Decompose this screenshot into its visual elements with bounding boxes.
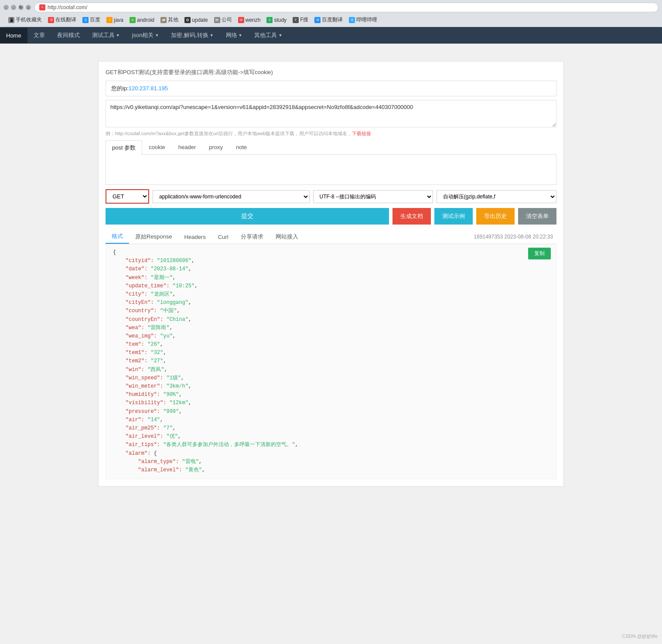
bookmark-java[interactable]: J java <box>105 17 125 24</box>
ip-value: 120.237.81.195 <box>129 85 168 92</box>
phone-icon: 📱 <box>8 17 14 23</box>
bookmark-github[interactable]: ⚙ update <box>183 17 209 24</box>
tab-header[interactable]: header <box>172 140 202 155</box>
nav-bar: Home 文章 夜间模式 测试工具 ▼ json相关 ▼ 加密,解码,转换 ▼ … <box>0 27 662 44</box>
result-tab-headers[interactable]: Headers <box>178 231 212 243</box>
tab-content-area <box>106 155 556 185</box>
chevron-down-icon-3: ▼ <box>210 33 214 37</box>
result-tab-website[interactable]: 网站接入 <box>270 230 304 243</box>
home-button[interactable]: ⌂ <box>26 5 31 10</box>
bookmark-translate[interactable]: 译 在线翻译 <box>47 16 78 24</box>
android-icon: A <box>130 17 136 23</box>
json-output-container: 复制 { "cityid": "101280606", "date": "202… <box>106 244 556 479</box>
bookmark-study[interactable]: S study <box>265 17 288 24</box>
folder-icon: 📁 <box>160 17 167 23</box>
nav-item-json[interactable]: json相关 ▼ <box>126 27 165 44</box>
browser-dot-fwd[interactable]: → <box>11 5 16 10</box>
controls-row: GET POST PUT DELETE PATCH application/x-… <box>106 189 556 204</box>
bookmark-other[interactable]: 📁 其他 <box>159 16 180 24</box>
fsearch-icon: F <box>293 17 299 23</box>
bookmark-company[interactable]: 🏢 公司 <box>213 16 233 24</box>
encoding-select[interactable]: application/x-www-form-urlencoded applic… <box>153 190 310 203</box>
bookmark-baidu[interactable]: 百 百度 <box>81 16 102 24</box>
translate-icon: 译 <box>48 17 54 23</box>
result-meta: 1691497353 2023-08-08 20:22:33 <box>474 234 557 240</box>
result-tab-raw[interactable]: 原始Response <box>129 230 178 243</box>
nav-item-home[interactable]: Home <box>0 28 27 43</box>
chevron-down-icon-4: ▼ <box>239 33 242 37</box>
bookmark-baidufanyi[interactable]: 译 百度翻译 <box>313 16 344 24</box>
ip-label: 您的ip: <box>111 85 129 92</box>
baidu-icon: 百 <box>82 17 89 23</box>
browser-toolbar: ← → ↻ ⌂ × http://coolaf.com/ <box>3 3 659 12</box>
tab-cookie[interactable]: cookie <box>142 140 172 155</box>
browser-dots: ← → ↻ ⌂ <box>3 5 31 10</box>
browser-dot-back[interactable]: ← <box>3 5 9 10</box>
export-button[interactable]: 导出历史 <box>476 208 515 225</box>
url-input[interactable] <box>106 100 556 127</box>
decompress-select[interactable]: 自动解压(gzip,deflate,f 不解压 <box>437 190 556 203</box>
bookmarks-bar: 📱 手机收藏夹 译 在线翻译 百 百度 J java A android 📁 其… <box>3 15 659 27</box>
browser-chrome: ← → ↻ ⌂ × http://coolaf.com/ 📱 手机收藏夹 译 在… <box>0 0 662 27</box>
panel-title: GET和POST测试(支持需要登录的接口调用:高级功能->填写cookie) <box>106 68 556 76</box>
nav-item-network[interactable]: 网络 ▼ <box>220 27 249 44</box>
example-button[interactable]: 测试示例 <box>434 208 473 225</box>
result-tab-curl[interactable]: Curl <box>212 231 235 243</box>
tab-post-params[interactable]: post 参数 <box>106 140 142 155</box>
result-tab-row: 格式 原始Response Headers Curl 分享请求 网站接入 169… <box>106 230 556 244</box>
bookmark-shouji[interactable]: 📱 手机收藏夹 <box>7 16 43 24</box>
json-output: { "cityid": "101280606", "date": "2023-0… <box>113 249 549 474</box>
clear-button[interactable]: 清空表单 <box>518 208 556 225</box>
param-tab-row: post 参数 cookie header proxy note <box>106 140 556 155</box>
chevron-down-icon-5: ▼ <box>278 33 282 37</box>
result-tab-format[interactable]: 格式 <box>106 230 129 244</box>
action-row: 提交 生成文档 测试示例 导出历史 清空表单 <box>106 208 556 225</box>
page-content: GET和POST测试(支持需要登录的接口调用:高级功能->填写cookie) 您… <box>91 52 571 487</box>
refresh-button[interactable]: ↻ <box>18 5 24 10</box>
company-icon: 🏢 <box>214 17 220 23</box>
chevron-down-icon-2: ▼ <box>155 33 159 37</box>
browser-favicon: × <box>39 4 45 10</box>
result-tab-share[interactable]: 分享请求 <box>235 230 270 243</box>
nav-item-encode[interactable]: 加密,解码,转换 ▼ <box>165 27 219 44</box>
gendoc-button[interactable]: 生成文档 <box>392 208 431 225</box>
bookmark-android[interactable]: A android <box>128 17 156 24</box>
copy-button[interactable]: 复制 <box>528 248 551 259</box>
nav-item-othertools[interactable]: 其他工具 ▼ <box>248 27 288 44</box>
main-panel: GET和POST测试(支持需要登录的接口调用:高级功能->填写cookie) 您… <box>98 61 564 487</box>
tab-textarea[interactable] <box>109 157 553 181</box>
nav-item-testtools[interactable]: 测试工具 ▼ <box>86 27 126 44</box>
bilibili-icon: B <box>349 17 355 23</box>
nav-item-article[interactable]: 文章 <box>27 27 51 44</box>
browser-address-bar[interactable]: × http://coolaf.com/ <box>34 3 659 12</box>
wenzh-icon: W <box>238 17 244 23</box>
charset-select[interactable]: UTF-8 --接口输出的编码 GBK GB2312 <box>313 190 433 203</box>
nav-item-nightmode[interactable]: 夜间模式 <box>51 27 86 44</box>
ip-display: 您的ip:120.237.81.195 <box>106 81 556 96</box>
bookmark-wenzh[interactable]: W wenzh <box>237 17 262 24</box>
java-icon: J <box>106 17 113 23</box>
submit-button[interactable]: 提交 <box>106 208 389 225</box>
browser-url: http://coolaf.com/ <box>48 4 87 10</box>
github-icon: ⚙ <box>184 17 191 23</box>
method-select[interactable]: GET POST PUT DELETE PATCH <box>106 189 149 204</box>
bookmark-fsearch[interactable]: F F搜 <box>291 16 310 24</box>
study-icon: S <box>266 17 273 23</box>
hint-text: 例：http://coolaf.com/m?axx&bxx,get参数直接加在u… <box>106 130 556 137</box>
chevron-down-icon: ▼ <box>116 33 120 37</box>
tab-proxy[interactable]: proxy <box>202 140 229 155</box>
download-link[interactable]: 下载链接 <box>352 131 371 136</box>
tab-note[interactable]: note <box>229 140 253 155</box>
bookmark-bilibili[interactable]: B 哔哩哔哩 <box>348 16 379 24</box>
baidufanyi-icon: 译 <box>314 17 321 23</box>
